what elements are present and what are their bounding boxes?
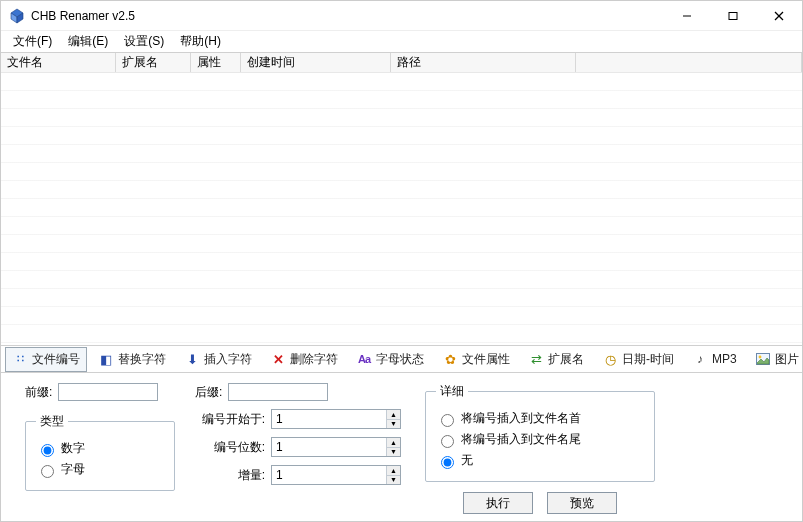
svg-rect-4 bbox=[729, 12, 737, 19]
col-created[interactable]: 创建时间 bbox=[241, 53, 391, 72]
window-title: CHB Renamer v2.5 bbox=[31, 9, 664, 23]
type-letter-radio[interactable] bbox=[41, 465, 54, 478]
case-icon: Aa bbox=[356, 351, 372, 367]
options-panel: 前缀: 类型 数字 字母 后缀: 编号开始于: ▲▼ bbox=[1, 373, 802, 521]
menu-help[interactable]: 帮助(H) bbox=[172, 31, 229, 52]
tab-datetime[interactable]: ◷ 日期-时间 bbox=[595, 347, 681, 372]
spin-up[interactable]: ▲ bbox=[387, 466, 400, 476]
tab-replace[interactable]: ◧ 替换字符 bbox=[91, 347, 173, 372]
preview-button[interactable]: 预览 bbox=[547, 492, 617, 514]
minimize-button[interactable] bbox=[664, 1, 710, 30]
music-note-icon: ♪ bbox=[692, 351, 708, 367]
gear-icon: ✿ bbox=[442, 351, 458, 367]
suffix-label: 后缀: bbox=[195, 384, 222, 401]
start-label: 编号开始于: bbox=[195, 411, 265, 428]
type-number-label: 数字 bbox=[61, 440, 85, 457]
execute-button[interactable]: 执行 bbox=[463, 492, 533, 514]
tab-label: 删除字符 bbox=[290, 351, 338, 368]
tab-delete[interactable]: ✕ 删除字符 bbox=[263, 347, 345, 372]
tab-extension[interactable]: ⇄ 扩展名 bbox=[521, 347, 591, 372]
tab-mp3[interactable]: ♪ MP3 bbox=[685, 347, 744, 371]
menu-bar: 文件(F) 编辑(E) 设置(S) 帮助(H) bbox=[1, 31, 802, 53]
digits-input[interactable] bbox=[272, 438, 386, 456]
tab-numbering[interactable]: ∷ 文件编号 bbox=[5, 347, 87, 372]
spin-up[interactable]: ▲ bbox=[387, 410, 400, 420]
detail-legend: 详细 bbox=[436, 383, 468, 400]
type-number-radio[interactable] bbox=[41, 444, 54, 457]
list-number-icon: ∷ bbox=[12, 351, 28, 367]
tab-case[interactable]: Aa 字母状态 bbox=[349, 347, 431, 372]
prefix-label: 前缀: bbox=[25, 384, 52, 401]
tab-label: 文件属性 bbox=[462, 351, 510, 368]
col-spacer bbox=[576, 53, 802, 72]
replace-icon: ◧ bbox=[98, 351, 114, 367]
tab-label: 扩展名 bbox=[548, 351, 584, 368]
tab-bar: ∷ 文件编号 ◧ 替换字符 ⬇ 插入字符 ✕ 删除字符 Aa 字母状态 ✿ 文件… bbox=[1, 345, 802, 373]
svg-point-8 bbox=[758, 356, 761, 359]
tab-label: 图片 bbox=[775, 351, 799, 368]
title-bar: CHB Renamer v2.5 bbox=[1, 1, 802, 31]
tab-image[interactable]: 图片 bbox=[748, 347, 803, 372]
detail-none-radio[interactable] bbox=[441, 456, 454, 469]
start-input[interactable] bbox=[272, 410, 386, 428]
clock-icon: ◷ bbox=[602, 351, 618, 367]
spin-down[interactable]: ▼ bbox=[387, 420, 400, 429]
menu-settings[interactable]: 设置(S) bbox=[116, 31, 172, 52]
extension-icon: ⇄ bbox=[528, 351, 544, 367]
detail-front-radio[interactable] bbox=[441, 414, 454, 427]
spin-down[interactable]: ▼ bbox=[387, 448, 400, 457]
window-controls bbox=[664, 1, 802, 30]
tab-label: 日期-时间 bbox=[622, 351, 674, 368]
tab-label: MP3 bbox=[712, 352, 737, 366]
tab-label: 替换字符 bbox=[118, 351, 166, 368]
type-fieldset: 类型 数字 字母 bbox=[25, 413, 175, 491]
detail-front-label: 将编号插入到文件名首 bbox=[461, 410, 581, 427]
detail-fieldset: 详细 将编号插入到文件名首 将编号插入到文件名尾 无 bbox=[425, 383, 655, 482]
close-button[interactable] bbox=[756, 1, 802, 30]
start-spinner[interactable]: ▲▼ bbox=[271, 409, 401, 429]
col-filename[interactable]: 文件名 bbox=[1, 53, 116, 72]
maximize-button[interactable] bbox=[710, 1, 756, 30]
prefix-input[interactable] bbox=[58, 383, 158, 401]
col-attr[interactable]: 属性 bbox=[191, 53, 241, 72]
tab-attributes[interactable]: ✿ 文件属性 bbox=[435, 347, 517, 372]
tab-label: 插入字符 bbox=[204, 351, 252, 368]
tab-insert[interactable]: ⬇ 插入字符 bbox=[177, 347, 259, 372]
delete-icon: ✕ bbox=[270, 351, 286, 367]
detail-none-label: 无 bbox=[461, 452, 473, 469]
insert-icon: ⬇ bbox=[184, 351, 200, 367]
col-ext[interactable]: 扩展名 bbox=[116, 53, 191, 72]
table-header: 文件名 扩展名 属性 创建时间 路径 bbox=[1, 53, 802, 73]
type-legend: 类型 bbox=[36, 413, 68, 430]
digits-spinner[interactable]: ▲▼ bbox=[271, 437, 401, 457]
app-icon bbox=[9, 8, 25, 24]
digits-label: 编号位数: bbox=[195, 439, 265, 456]
step-spinner[interactable]: ▲▼ bbox=[271, 465, 401, 485]
detail-end-label: 将编号插入到文件名尾 bbox=[461, 431, 581, 448]
tab-label: 字母状态 bbox=[376, 351, 424, 368]
suffix-input[interactable] bbox=[228, 383, 328, 401]
col-path[interactable]: 路径 bbox=[391, 53, 576, 72]
file-list[interactable] bbox=[1, 73, 802, 345]
menu-edit[interactable]: 编辑(E) bbox=[60, 31, 116, 52]
tab-label: 文件编号 bbox=[32, 351, 80, 368]
type-letter-label: 字母 bbox=[61, 461, 85, 478]
spin-down[interactable]: ▼ bbox=[387, 476, 400, 485]
detail-end-radio[interactable] bbox=[441, 435, 454, 448]
menu-file[interactable]: 文件(F) bbox=[5, 31, 60, 52]
step-label: 增量: bbox=[195, 467, 265, 484]
step-input[interactable] bbox=[272, 466, 386, 484]
image-icon bbox=[755, 351, 771, 367]
spin-up[interactable]: ▲ bbox=[387, 438, 400, 448]
